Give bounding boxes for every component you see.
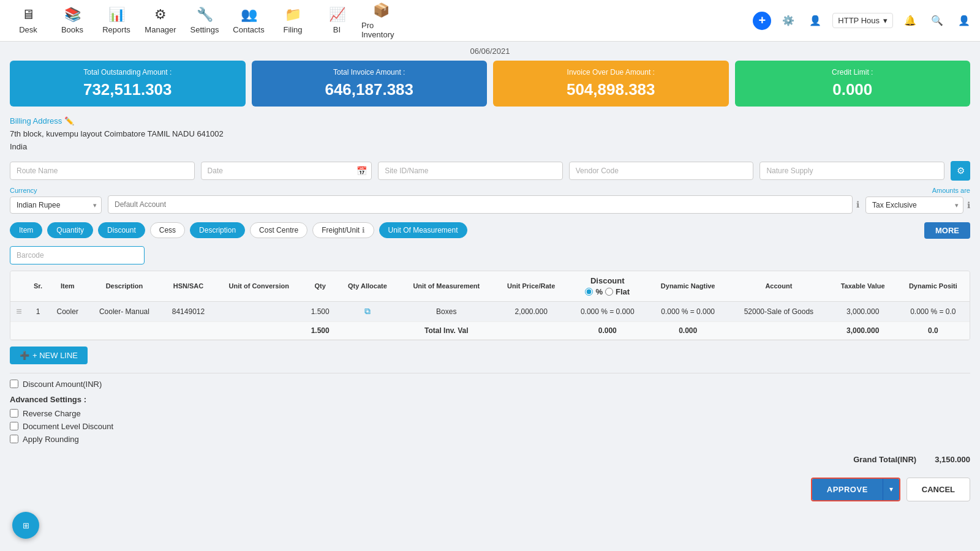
row-qty[interactable]: 1.500 bbox=[303, 301, 337, 321]
tag-cess[interactable]: Cess bbox=[150, 222, 185, 238]
tag-discount[interactable]: Discount bbox=[98, 222, 145, 238]
billing-address-link[interactable]: Billing Address ✏️ bbox=[10, 116, 74, 126]
amounts-select-wrap: Tax Exclusive Tax Inclusive No Tax ▾ ℹ bbox=[865, 197, 970, 214]
cancel-button[interactable]: CANCEL bbox=[907, 478, 970, 501]
col-unit-price: Unit Price/Rate bbox=[495, 271, 567, 302]
col-unit-measurement: Unit of Measurement bbox=[398, 271, 495, 302]
row-dynamic-positi[interactable]: 0.000 % = 0.0 bbox=[897, 301, 970, 321]
top-right-actions: + ⚙️ 👤 HTTP Hous ▾ 🔔 🔍 👤 bbox=[753, 11, 974, 31]
row-taxable-value[interactable]: 3,000.000 bbox=[829, 301, 897, 321]
row-account[interactable]: 52000-Sale of Goods bbox=[728, 301, 829, 321]
row-qty-allocate[interactable]: ⧉ bbox=[337, 301, 398, 321]
discount-amount-row: Discount Amount(INR) bbox=[10, 380, 970, 389]
amounts-select[interactable]: Tax Exclusive Tax Inclusive No Tax bbox=[865, 197, 963, 214]
nav-pro-inventory[interactable]: 📦 Pro Inventory bbox=[359, 0, 403, 43]
tag-freight-unit[interactable]: Freight/Unit ℹ bbox=[312, 222, 374, 238]
page-settings-button[interactable]: ⚙ bbox=[951, 161, 970, 181]
nav-filing[interactable]: 📁 Filing bbox=[271, 3, 315, 38]
row-description[interactable]: Cooler- Manual bbox=[86, 301, 162, 321]
row-hsn[interactable]: 84149012 bbox=[162, 301, 215, 321]
col-discount: Discount % Flat bbox=[567, 271, 647, 302]
new-line-button[interactable]: ➕ + NEW LINE bbox=[10, 347, 88, 364]
approve-button[interactable]: APPROVE bbox=[812, 479, 883, 500]
route-name-input[interactable] bbox=[10, 162, 195, 180]
apply-rounding-checkbox[interactable] bbox=[10, 435, 18, 443]
total-positi: 0.0 bbox=[897, 321, 970, 339]
nav-bi[interactable]: 📈 BI bbox=[315, 3, 359, 38]
users-icon[interactable]: 👤 bbox=[805, 11, 825, 31]
date-field-wrap: 📅 bbox=[201, 162, 372, 180]
default-account-wrap: ℹ bbox=[108, 195, 859, 214]
row-sr: 1 bbox=[28, 301, 48, 321]
document-discount-label: Document Level Discount bbox=[23, 422, 113, 431]
tag-description[interactable]: Description bbox=[190, 222, 245, 238]
col-taxable-value: Taxable Value bbox=[829, 271, 897, 302]
nav-contacts-label: Contacts bbox=[233, 25, 264, 34]
discount-flat-label: Flat bbox=[616, 287, 630, 296]
approve-dropdown-button[interactable]: ▾ bbox=[883, 479, 899, 500]
main-content: 06/06/2021 Total Outstanding Amount : 73… bbox=[0, 42, 980, 514]
row-discount[interactable]: 0.000 % = 0.000 bbox=[567, 301, 647, 321]
col-dynamic-positi: Dynamic Positi bbox=[897, 271, 970, 302]
total-empty4 bbox=[86, 321, 162, 339]
row-drag-handle[interactable]: ≡ bbox=[10, 301, 28, 321]
filing-icon: 📁 bbox=[285, 7, 301, 23]
row-unit-conversion[interactable] bbox=[214, 301, 303, 321]
apply-rounding-label: Apply Rounding bbox=[23, 435, 79, 444]
barcode-input[interactable] bbox=[10, 246, 145, 264]
search-icon[interactable]: 🔍 bbox=[927, 11, 947, 31]
nav-pro-inventory-label: Pro Inventory bbox=[361, 21, 401, 39]
total-row: 1.500 Total Inv. Val 0.000 0.000 3,000.0… bbox=[10, 321, 970, 339]
nav-settings[interactable]: 🔧 Settings bbox=[183, 3, 227, 38]
stat-invoice-label: Total Invoice Amount : bbox=[262, 68, 478, 77]
tag-item[interactable]: Item bbox=[10, 222, 42, 238]
vendor-code-input[interactable] bbox=[569, 162, 754, 180]
contacts-icon: 👥 bbox=[241, 7, 257, 23]
tag-quantity[interactable]: Quantity bbox=[47, 222, 93, 238]
currency-select[interactable]: Indian Rupee USD EUR bbox=[10, 197, 102, 214]
tag-unit-of-measurement[interactable]: Unit Of Measurement bbox=[379, 222, 467, 238]
reverse-charge-row: Reverse Charge bbox=[10, 409, 970, 418]
nature-supply-input[interactable] bbox=[760, 162, 944, 180]
row-item[interactable]: Cooler bbox=[48, 301, 86, 321]
nav-bi-label: BI bbox=[333, 25, 341, 34]
gear-icon[interactable]: ⚙️ bbox=[778, 11, 798, 31]
currency-group: Currency Indian Rupee USD EUR ▾ bbox=[10, 187, 102, 214]
more-button[interactable]: MORE bbox=[924, 222, 970, 239]
settings-icon: 🔧 bbox=[197, 7, 213, 23]
add-button[interactable]: + bbox=[753, 12, 771, 30]
document-discount-checkbox[interactable] bbox=[10, 422, 18, 430]
stat-outstanding-label: Total Outstanding Amount : bbox=[20, 68, 236, 77]
stat-invoice-value: 646,187.383 bbox=[262, 80, 478, 99]
row-unit-price[interactable]: 2,000.000 bbox=[495, 301, 567, 321]
amounts-select-wrapper: Tax Exclusive Tax Inclusive No Tax ▾ bbox=[865, 197, 963, 214]
row-unit-measurement[interactable]: Boxes bbox=[398, 301, 495, 321]
default-account-input[interactable] bbox=[108, 195, 853, 214]
grand-total-label: Grand Total(INR) bbox=[853, 455, 916, 464]
reverse-charge-checkbox[interactable] bbox=[10, 409, 18, 418]
currency-select-wrap: Indian Rupee USD EUR ▾ bbox=[10, 197, 102, 214]
nav-manager-label: Manager bbox=[145, 25, 176, 34]
invoice-table-wrapper: Sr. Item Description HSN/SAC Unit of Con… bbox=[10, 271, 970, 340]
nav-manager[interactable]: ⚙ Manager bbox=[138, 3, 183, 38]
row-dynamic-nagtive[interactable]: 0.000 % = 0.000 bbox=[647, 301, 728, 321]
amounts-group: Amounts are Tax Exclusive Tax Inclusive … bbox=[865, 187, 970, 214]
site-id-input[interactable] bbox=[378, 162, 563, 180]
nav-books[interactable]: 📚 Books bbox=[50, 3, 94, 38]
discount-flat-radio[interactable] bbox=[605, 288, 613, 296]
total-empty5 bbox=[162, 321, 215, 339]
company-selector[interactable]: HTTP Hous ▾ bbox=[832, 13, 893, 28]
tag-cost-centre[interactable]: Cost Centre bbox=[250, 222, 307, 238]
nav-contacts[interactable]: 👥 Contacts bbox=[227, 3, 271, 38]
nav-reports[interactable]: 📊 Reports bbox=[94, 3, 138, 38]
date-input[interactable] bbox=[201, 162, 372, 180]
discount-percent-radio[interactable] bbox=[585, 288, 593, 296]
total-discount: 0.000 bbox=[567, 321, 647, 339]
stat-credit-value: 0.000 bbox=[745, 80, 961, 99]
notification-icon[interactable]: 🔔 bbox=[900, 11, 920, 31]
discount-amount-checkbox[interactable] bbox=[10, 380, 18, 388]
profile-icon[interactable]: 👤 bbox=[954, 11, 974, 31]
open-icon[interactable]: ⧉ bbox=[364, 306, 371, 316]
nav-desk[interactable]: 🖥 Desk bbox=[6, 3, 50, 38]
freight-info-icon: ℹ bbox=[362, 226, 365, 234]
